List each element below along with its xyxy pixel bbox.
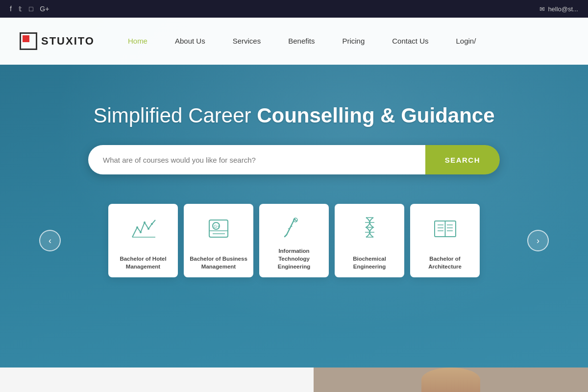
hotel-management-icon (128, 214, 158, 243)
svg-point-4 (151, 223, 153, 225)
hero-section: STUXITO Home About Us Services Benefits … (0, 18, 588, 368)
email-text: hello@st... (548, 5, 578, 13)
biochemical-icon (355, 214, 384, 243)
logo-text: STUXITO (41, 35, 95, 48)
business-icon: G+ (204, 214, 233, 243)
architecture-card-label: Bachelor of Architecture (415, 255, 475, 270)
svg-text:G+: G+ (214, 224, 220, 229)
hero-title: Simplified Career Counselling & Guidance (93, 104, 494, 127)
course-card-business[interactable]: G+ Bachelor of Business Management (184, 204, 253, 277)
instagram-icon[interactable]: □ (29, 5, 33, 13)
nav-link-about[interactable]: About Us (161, 18, 219, 65)
architecture-icon (430, 214, 460, 243)
navbar: STUXITO Home About Us Services Benefits … (0, 18, 588, 65)
svg-point-3 (147, 228, 149, 230)
nav-item-about[interactable]: About Us (161, 18, 219, 65)
svg-line-13 (294, 219, 296, 221)
email-contact: ✉ hello@st... (539, 5, 578, 13)
svg-line-12 (285, 235, 287, 237)
twitter-icon[interactable]: 𝕥 (19, 5, 22, 13)
nav-link-contact[interactable]: Contact Us (378, 18, 442, 65)
course-cards: Bachelor of Hotel Management G+ Bachelor (61, 204, 527, 277)
carousel-prev-button[interactable]: ‹ (39, 230, 61, 251)
svg-point-1 (140, 231, 142, 233)
nav-item-services[interactable]: Services (219, 18, 275, 65)
course-card-architecture[interactable]: Bachelor of Architecture (410, 204, 480, 277)
search-input[interactable] (88, 145, 425, 174)
course-carousel: ‹ Bachelor (0, 204, 588, 277)
nav-item-home[interactable]: Home (114, 18, 161, 65)
logo[interactable]: STUXITO (20, 32, 95, 50)
it-engineering-icon (279, 214, 309, 243)
person-image (421, 368, 480, 392)
logo-icon (20, 32, 37, 50)
svg-point-2 (144, 221, 146, 223)
nav-link-home[interactable]: Home (114, 18, 161, 65)
google-plus-icon[interactable]: G+ (40, 5, 49, 13)
nav-item-login[interactable]: Login/ (442, 18, 490, 65)
nav-link-pricing[interactable]: Pricing (328, 18, 378, 65)
svg-line-11 (287, 219, 294, 235)
mail-icon: ✉ (539, 5, 545, 13)
hero-content: Simplified Career Counselling & Guidance… (0, 65, 588, 277)
svg-point-0 (136, 226, 138, 228)
course-card-it[interactable]: Information Technology Engineering (259, 204, 329, 277)
it-card-label: Information Technology Engineering (264, 247, 324, 270)
social-links: f 𝕥 □ G+ (10, 5, 49, 13)
nav-link-benefits[interactable]: Benefits (274, 18, 328, 65)
search-button[interactable]: SEARCH (425, 145, 500, 174)
course-card-hotel[interactable]: Bachelor of Hotel Management (108, 204, 178, 277)
nav-item-pricing[interactable]: Pricing (328, 18, 378, 65)
biochemical-card-label: Biochemical Engineering (340, 255, 399, 270)
carousel-next-button[interactable]: › (527, 230, 549, 251)
hotel-card-label: Bachelor of Hotel Management (113, 255, 173, 270)
search-bar: SEARCH (88, 145, 500, 174)
nav-item-contact[interactable]: Contact Us (378, 18, 442, 65)
business-card-label: Bachelor of Business Management (189, 255, 248, 270)
top-bar: f 𝕥 □ G+ ✉ hello@st... (0, 0, 588, 18)
nav-links: Home About Us Services Benefits Pricing … (114, 18, 568, 65)
nav-item-benefits[interactable]: Benefits (274, 18, 328, 65)
bottom-right-section (314, 368, 588, 392)
course-card-biochemical[interactable]: Biochemical Engineering (335, 204, 404, 277)
facebook-icon[interactable]: f (10, 5, 12, 13)
nav-link-services[interactable]: Services (219, 18, 275, 65)
bottom-section (0, 368, 588, 392)
bottom-left-section (0, 368, 314, 392)
nav-link-login[interactable]: Login/ (442, 18, 490, 65)
